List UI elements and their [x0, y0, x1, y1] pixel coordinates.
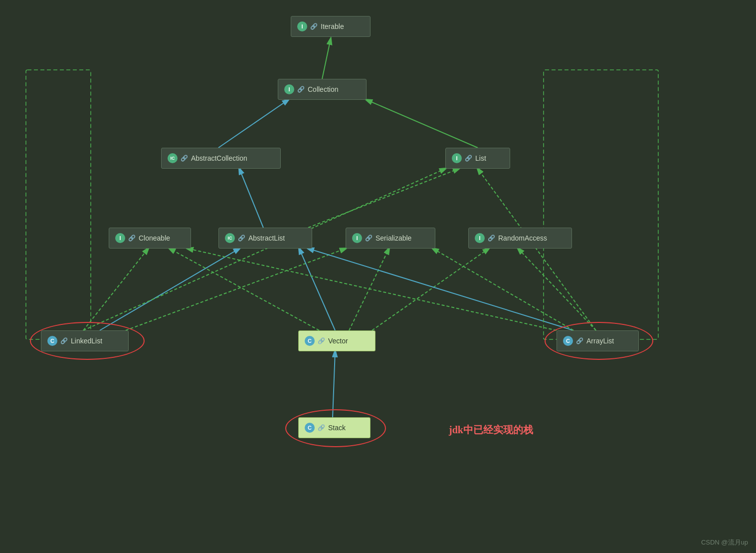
label-abstractlist: AbstractList — [248, 234, 285, 242]
icon-cloneable: I — [115, 233, 125, 243]
svg-line-2 — [367, 100, 478, 148]
node-arraylist: C 🔗 ArrayList — [557, 330, 639, 351]
label-randomaccess: RandomAccess — [498, 234, 547, 242]
svg-line-9 — [299, 249, 335, 330]
label-iterable: Iterable — [321, 22, 344, 30]
svg-line-17 — [518, 249, 596, 330]
node-randomaccess: I 🔗 RandomAccess — [468, 228, 572, 249]
svg-line-7 — [83, 249, 148, 330]
label-vector: Vector — [328, 337, 348, 345]
svg-line-12 — [372, 249, 489, 330]
svg-line-11 — [349, 249, 389, 330]
icon-stack: C — [305, 423, 315, 433]
icon-iterable: I — [297, 21, 307, 31]
node-iterable: I 🔗 Iterable — [291, 16, 371, 37]
label-stack: Stack — [328, 424, 346, 432]
arrows-svg — [0, 0, 756, 553]
node-cloneable: I 🔗 Cloneable — [109, 228, 191, 249]
label-list: List — [475, 154, 486, 162]
node-vector: C 🔗 Vector — [298, 330, 376, 351]
watermark: CSDN @流月up — [701, 538, 748, 547]
svg-line-0 — [322, 39, 331, 79]
svg-line-6 — [83, 169, 445, 330]
icon-randomaccess: I — [475, 233, 485, 243]
node-serializable: I 🔗 Serializable — [346, 228, 435, 249]
svg-line-15 — [188, 249, 557, 330]
svg-line-4 — [308, 169, 459, 228]
svg-line-1 — [218, 100, 288, 148]
icon-vector: C — [305, 336, 315, 346]
svg-line-14 — [478, 169, 596, 330]
node-stack: C 🔗 Stack — [298, 417, 371, 438]
svg-line-10 — [170, 249, 319, 330]
label-serializable: Serializable — [376, 234, 411, 242]
label-linkedlist: LinkedList — [71, 337, 102, 345]
svg-line-5 — [100, 249, 239, 330]
label-collection: Collection — [308, 85, 338, 93]
svg-line-8 — [126, 249, 346, 330]
icon-linkedlist: C — [47, 336, 57, 346]
icon-abstractcollection: IC — [168, 153, 178, 163]
svg-line-13 — [308, 249, 573, 330]
node-collection: I 🔗 Collection — [278, 79, 367, 100]
icon-serializable: I — [352, 233, 362, 243]
annotation-jdk-stack: jdk中已经实现的栈 — [449, 423, 533, 437]
svg-rect-19 — [26, 70, 91, 339]
label-abstractcollection: AbstractCollection — [191, 154, 247, 162]
svg-rect-20 — [544, 70, 658, 339]
svg-line-16 — [433, 249, 573, 330]
icon-list: I — [452, 153, 462, 163]
node-abstractcollection: IC 🔗 AbstractCollection — [161, 148, 281, 169]
svg-line-18 — [333, 351, 335, 417]
icon-collection: I — [284, 84, 294, 94]
icon-arraylist: C — [563, 336, 573, 346]
node-linkedlist: C 🔗 LinkedList — [41, 330, 129, 351]
node-abstractlist: IC 🔗 AbstractList — [218, 228, 312, 249]
label-cloneable: Cloneable — [139, 234, 170, 242]
node-list: I 🔗 List — [445, 148, 510, 169]
diagram-container: I 🔗 Iterable I 🔗 Collection IC 🔗 Abstrac… — [0, 0, 756, 553]
icon-abstractlist: IC — [225, 233, 235, 243]
label-arraylist: ArrayList — [586, 337, 614, 345]
svg-line-3 — [239, 169, 263, 228]
